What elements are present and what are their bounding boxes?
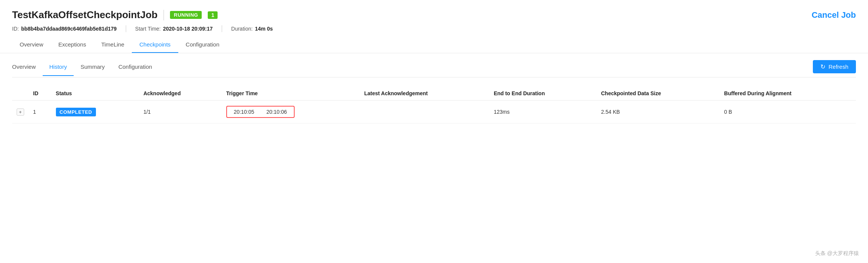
th-latest-ack: Latest Acknowledgement: [360, 87, 489, 101]
duration-label: Duration:: [231, 26, 253, 32]
id-meta: ID: bb8b4ba7ddaad869c6469fab5e81d179: [12, 26, 117, 32]
expand-button[interactable]: +: [17, 108, 24, 116]
start-time-value: 2020-10-18 20:09:17: [163, 26, 213, 32]
row-buffered: 0 B: [720, 101, 856, 124]
checkpoint-table: ID Status Acknowledged Trigger Time Late…: [12, 87, 856, 124]
row-id: 1: [29, 101, 51, 124]
row-latest-ack: [360, 101, 489, 124]
tab-exceptions[interactable]: Exceptions: [51, 38, 94, 53]
refresh-label: Refresh: [828, 63, 848, 70]
th-trigger-time: Trigger Time: [222, 87, 360, 101]
cancel-job-button[interactable]: Cancel Job: [812, 10, 856, 20]
tab-overview[interactable]: Overview: [12, 38, 51, 53]
row-acknowledged: 1/1: [139, 101, 222, 124]
refresh-icon: ↻: [820, 63, 825, 70]
main-content: Overview History Summary Configuration ↻…: [0, 53, 868, 124]
tab-configuration[interactable]: Configuration: [178, 38, 227, 53]
header-top: TestKafkaOffsetCheckpointJob RUNNING 1 C…: [12, 9, 856, 21]
th-end-to-end: End to End Duration: [489, 87, 596, 101]
status-badge: COMPLETED: [56, 108, 96, 116]
row-data-size: 2.54 KB: [596, 101, 720, 124]
start-time-meta: Start Time: 2020-10-18 20:09:17: [135, 26, 213, 32]
inner-tab-configuration[interactable]: Configuration: [111, 61, 159, 76]
title-divider: [164, 10, 164, 20]
th-buffered: Buffered During Alignment: [720, 87, 856, 101]
th-status: Status: [51, 87, 139, 101]
page-header: TestKafkaOffsetCheckpointJob RUNNING 1 C…: [0, 0, 868, 53]
th-expand: [12, 87, 29, 101]
header-left: TestKafkaOffsetCheckpointJob RUNNING 1: [12, 9, 218, 21]
tab-checkpoints[interactable]: Checkpoints: [132, 38, 178, 53]
th-acknowledged: Acknowledged: [139, 87, 222, 101]
row-end-to-end: 123ms: [489, 101, 596, 124]
trigger-time-value: 20:10:05: [234, 109, 255, 115]
table-header-row: ID Status Acknowledged Trigger Time Late…: [12, 87, 856, 101]
job-title: TestKafkaOffsetCheckpointJob: [12, 9, 158, 21]
inner-tab-overview[interactable]: Overview: [12, 61, 43, 76]
start-time-label: Start Time:: [135, 26, 161, 32]
top-tabs: Overview Exceptions TimeLine Checkpoints…: [12, 38, 856, 53]
row-expand: +: [12, 101, 29, 124]
meta-divider-2: [222, 25, 222, 32]
refresh-button[interactable]: ↻ Refresh: [813, 60, 856, 73]
inner-tab-history[interactable]: History: [43, 61, 74, 76]
th-data-size: Checkpointed Data Size: [596, 87, 720, 101]
inner-tab-summary[interactable]: Summary: [74, 61, 111, 76]
id-label: ID:: [12, 26, 19, 32]
duration-value: 14m 0s: [255, 26, 273, 32]
th-id: ID: [29, 87, 51, 101]
table-row: + 1 COMPLETED 1/1 20:10:05 20:10:06 12: [12, 101, 856, 124]
tab-timeline[interactable]: TimeLine: [94, 38, 132, 53]
inner-tabs: Overview History Summary Configuration: [12, 61, 159, 76]
latest-ack-value: 20:10:06: [266, 109, 287, 115]
number-badge: 1: [208, 11, 218, 19]
trigger-time-highlight: 20:10:05 20:10:06: [226, 106, 295, 118]
meta-divider-1: [126, 25, 126, 32]
header-meta: ID: bb8b4ba7ddaad869c6469fab5e81d179 Sta…: [12, 25, 856, 32]
inner-tabs-bar: Overview History Summary Configuration ↻…: [12, 53, 856, 77]
row-trigger-time: 20:10:05 20:10:06: [222, 101, 360, 124]
checkpoint-table-container: ID Status Acknowledged Trigger Time Late…: [12, 87, 856, 124]
row-status: COMPLETED: [51, 101, 139, 124]
duration-meta: Duration: 14m 0s: [231, 26, 273, 32]
id-value: bb8b4ba7ddaad869c6469fab5e81d179: [21, 26, 117, 32]
running-badge: RUNNING: [170, 11, 202, 19]
